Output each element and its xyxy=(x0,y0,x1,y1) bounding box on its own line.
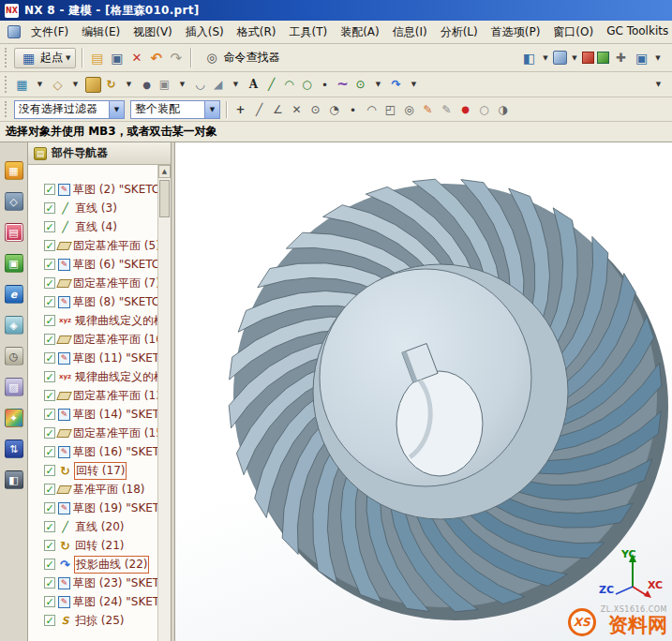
project-curve-tool-icon[interactable] xyxy=(388,77,404,93)
edge-blend-icon[interactable] xyxy=(192,77,208,93)
feature-row[interactable]: 固定基准平面 (7) xyxy=(28,274,157,292)
feature-checkbox[interactable] xyxy=(44,465,55,476)
magnify-icon[interactable] xyxy=(401,101,417,117)
highlight-toggle-icon[interactable] xyxy=(495,101,511,117)
dropdown-caret-icon[interactable] xyxy=(653,49,663,67)
feature-checkbox[interactable] xyxy=(44,577,55,589)
pencil-gray-icon[interactable] xyxy=(439,101,455,117)
arc-tool-icon[interactable] xyxy=(281,77,297,93)
web-browser-icon[interactable] xyxy=(5,285,23,304)
feature-row[interactable]: 草图 (14) "SKETC xyxy=(28,405,157,424)
hole-tool-icon[interactable] xyxy=(139,77,155,93)
window-icon[interactable] xyxy=(633,49,650,67)
circle-gray-icon[interactable] xyxy=(476,101,492,117)
feature-row[interactable]: 直线 (3) xyxy=(28,199,157,217)
snap-endpoint-icon[interactable] xyxy=(251,101,267,117)
move-component-icon[interactable] xyxy=(612,49,630,67)
feature-checkbox[interactable] xyxy=(44,540,55,551)
command-finder-button[interactable]: 命令查找器 xyxy=(197,48,285,68)
menu-item[interactable]: 编辑(E) xyxy=(75,22,127,43)
constraint-cube-icon[interactable] xyxy=(597,52,609,64)
point-on-curve-icon[interactable] xyxy=(364,101,380,117)
menu-item[interactable]: 工具(T) xyxy=(282,22,334,43)
assembly-navigator-icon[interactable] xyxy=(5,161,23,180)
menu-item[interactable]: 插入(S) xyxy=(179,22,231,43)
feature-checkbox[interactable] xyxy=(44,427,55,439)
feature-row[interactable]: 投影曲线 (22) xyxy=(28,555,157,574)
menu-item[interactable]: 装配(A) xyxy=(334,22,386,43)
dropdown-caret-icon[interactable] xyxy=(67,77,83,93)
part-navigator-header[interactable]: 部件导航器 xyxy=(28,142,171,165)
feature-row[interactable]: 草图 (2) "SKETCH_ xyxy=(28,180,157,199)
system-scenes-icon[interactable] xyxy=(5,470,23,489)
feature-checkbox[interactable] xyxy=(44,446,55,457)
feature-checkbox[interactable] xyxy=(44,277,55,289)
circle-red-icon[interactable] xyxy=(457,101,473,117)
feature-checkbox[interactable] xyxy=(44,315,55,326)
toolbar-options-icon[interactable] xyxy=(650,77,666,93)
feature-checkbox[interactable] xyxy=(44,484,55,495)
menu-item[interactable]: 窗口(O) xyxy=(546,22,600,43)
feature-checkbox[interactable] xyxy=(44,221,55,232)
menu-item[interactable]: 文件(F) xyxy=(24,22,75,43)
selection-scope-dropdown[interactable]: 整个装配 xyxy=(130,100,220,119)
extrude-tool-icon[interactable] xyxy=(85,77,101,93)
feature-row[interactable]: 草图 (24) "SKETC xyxy=(28,592,157,611)
feature-row[interactable]: 回转 (21) xyxy=(28,536,157,555)
menu-item[interactable]: 格式(R) xyxy=(231,22,283,43)
feature-row[interactable]: 固定基准平面 (13) xyxy=(28,386,157,405)
feature-row[interactable]: 直线 (20) xyxy=(28,517,157,536)
feature-row[interactable]: 草图 (11) "SKETC xyxy=(28,349,157,367)
feature-row[interactable]: 回转 (17) xyxy=(28,461,157,480)
roles-icon[interactable] xyxy=(5,440,23,458)
spline-tool-icon[interactable] xyxy=(335,77,351,93)
text-tool-icon[interactable] xyxy=(246,77,261,93)
snap-point-icon[interactable] xyxy=(232,101,248,117)
toolbar-grip[interactable] xyxy=(5,48,9,67)
save-icon[interactable] xyxy=(108,49,126,67)
delete-icon[interactable] xyxy=(127,49,145,67)
dropdown-caret-icon[interactable] xyxy=(570,49,579,67)
feature-row[interactable]: 草图 (23) "SKETC xyxy=(28,574,157,592)
feature-checkbox[interactable] xyxy=(44,559,55,570)
scroll-up-icon[interactable] xyxy=(158,165,171,178)
feature-row[interactable]: 草图 (16) "SKETC xyxy=(28,442,157,461)
feature-checkbox[interactable] xyxy=(44,296,55,307)
feature-checkbox[interactable] xyxy=(44,521,55,532)
datum-plane-tool-icon[interactable] xyxy=(50,77,66,93)
feature-row[interactable]: 固定基准平面 (5) xyxy=(28,236,157,255)
feature-row[interactable]: 固定基准平面 (10) xyxy=(28,330,157,349)
undo-icon[interactable] xyxy=(147,49,165,67)
feature-row[interactable]: 规律曲线定义的样 xyxy=(28,311,157,330)
boolean-unite-icon[interactable] xyxy=(157,77,172,93)
shaded-display-icon[interactable] xyxy=(553,51,567,65)
sketch-tool-icon[interactable] xyxy=(14,77,30,93)
feature-checkbox[interactable] xyxy=(44,371,55,382)
title-bar[interactable]: NX NX 8 - 建模 - [格里森010.prt] xyxy=(0,0,672,21)
dropdown-caret-icon[interactable] xyxy=(370,77,386,93)
feature-checkbox[interactable] xyxy=(44,259,55,270)
menu-item[interactable]: 视图(V) xyxy=(127,22,179,43)
toolbar-grip[interactable] xyxy=(5,76,9,93)
snap-center-icon[interactable] xyxy=(307,101,323,117)
graphics-window[interactable]: YC XC ZC XS ZL.XS1616.COM 资料网 xyxy=(175,142,672,641)
constraint-navigator-icon[interactable] xyxy=(5,192,23,211)
process-studio-icon[interactable] xyxy=(5,378,23,396)
feature-checkbox[interactable] xyxy=(44,202,55,214)
feature-row[interactable]: 草图 (19) "SKETC xyxy=(28,499,157,517)
part-navigator-icon[interactable] xyxy=(5,223,23,242)
circle-tool-icon[interactable] xyxy=(299,77,315,93)
dropdown-caret-icon[interactable] xyxy=(121,77,137,93)
feature-row[interactable]: 基准平面 (18) xyxy=(28,480,157,499)
history-icon[interactable] xyxy=(5,347,23,365)
pencil-red-icon[interactable] xyxy=(420,101,436,117)
dropdown-caret-icon[interactable] xyxy=(541,49,550,67)
menu-item[interactable]: 分析(L) xyxy=(434,22,485,43)
feature-row[interactable]: 草图 (6) "SKETCH_ xyxy=(28,255,157,274)
dropdown-caret-icon[interactable] xyxy=(406,77,422,93)
menu-item[interactable]: 首选项(P) xyxy=(485,22,547,43)
point-on-surface-icon[interactable] xyxy=(382,101,398,117)
ellipse-tool-icon[interactable] xyxy=(352,77,368,93)
feature-checkbox[interactable] xyxy=(44,352,55,364)
feature-checkbox[interactable] xyxy=(44,390,55,401)
